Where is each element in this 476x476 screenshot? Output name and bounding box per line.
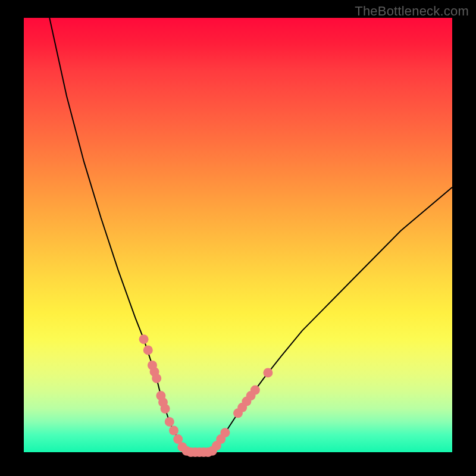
curve-right-branch [212, 187, 452, 452]
data-dot [250, 386, 260, 395]
data-dot [165, 417, 174, 427]
curve-layer [24, 18, 452, 452]
chart-frame: TheBottleneck.com [0, 0, 476, 476]
plot-area [24, 18, 452, 452]
data-dot [263, 368, 273, 377]
data-dots [139, 334, 273, 457]
data-dot [139, 334, 149, 344]
data-dot [161, 404, 170, 414]
data-dot [220, 428, 230, 437]
curve-left-branch [49, 18, 186, 452]
data-dot [169, 426, 178, 436]
data-dot [152, 374, 161, 383]
watermark-text: TheBottleneck.com [355, 4, 469, 19]
data-dot [143, 345, 153, 355]
